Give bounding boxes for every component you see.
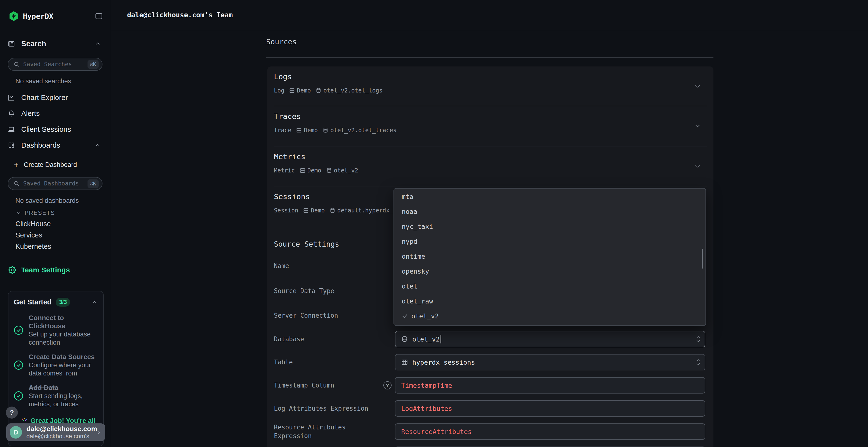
sidebar-item-alerts[interactable]: Alerts (0, 105, 111, 122)
sidebar: HyperDX Search Saved Searches ⌘K No save… (0, 0, 111, 447)
laptop-icon (8, 126, 15, 133)
create-dashboard-button[interactable]: + Create Dashboard (0, 159, 111, 171)
server-icon (289, 88, 295, 94)
sidebar-item-client-sessions[interactable]: Client Sessions (0, 122, 111, 137)
text-cursor (440, 335, 441, 343)
connection-name: Demo (304, 127, 318, 134)
saved-searches-input[interactable]: Saved Searches ⌘K (8, 58, 102, 71)
source-section-traces: Traces Trace Demo otel_v2.otel_traces (274, 106, 707, 146)
help-icon[interactable]: ? (383, 381, 392, 389)
dashboards-icon (8, 142, 15, 149)
sidebar-item-team-settings[interactable]: Team Settings (0, 264, 111, 276)
log-attributes-value: LogAttributes (401, 405, 452, 412)
field-label: Name (274, 262, 289, 270)
dropdown-option-otel[interactable]: otel (394, 279, 706, 294)
connection-name: Demo (311, 207, 325, 214)
search-section-icon (8, 40, 15, 47)
chevron-up-icon[interactable] (95, 41, 100, 47)
chevron-down-icon[interactable] (694, 122, 701, 129)
table-select[interactable]: hyperdx_sessions (395, 354, 705, 370)
saved-dashboards-input[interactable]: Saved Dashboards ⌘K (8, 177, 102, 190)
get-started-item-add-data[interactable]: Add Data Start sending logs, metrics, or… (13, 384, 99, 408)
source-title: Metrics (274, 146, 707, 161)
source-table: otel_v2.otel_traces (322, 127, 397, 134)
help-glyph: ? (386, 382, 389, 388)
dropdown-option-opensky[interactable]: opensky (394, 264, 706, 279)
table-value: hyperdx_sessions (412, 358, 475, 366)
form-row-resource-attributes: Resource Attributes Expression ResourceA… (274, 420, 707, 443)
select-stepper-icon[interactable] (696, 332, 701, 347)
get-started-item-sources[interactable]: Create Data Sources Configure where your… (13, 353, 99, 377)
option-label: otel_raw (402, 298, 433, 305)
sidebar-item-chart-explorer[interactable]: Chart Explorer (0, 90, 111, 105)
form-row-database: Database otel_v2 (274, 328, 707, 351)
chevron-down-icon[interactable] (694, 82, 701, 90)
confetti-icon (21, 418, 28, 424)
user-email: dale@clickhouse.com (26, 425, 96, 433)
preset-item-services[interactable]: Services (0, 230, 111, 241)
sidebar-collapse-icon[interactable] (95, 12, 103, 20)
page-header: dale@clickhouse.com's Team (111, 0, 868, 30)
help-button[interactable]: ? (6, 407, 18, 419)
table-name: otel_v2.otel_logs (323, 87, 383, 94)
presets-toggle[interactable]: PRESETS (0, 208, 111, 218)
option-label: nyc_taxi (402, 223, 433, 230)
divider (266, 57, 713, 58)
congrats-message: Great Job! You're all (21, 417, 101, 424)
database-select[interactable]: otel_v2 (395, 331, 705, 347)
get-started-item-connect[interactable]: Connect to ClickHouse Set up your databa… (13, 314, 99, 347)
help-label: ? (10, 409, 14, 416)
preset-label: ClickHouse (16, 220, 51, 228)
option-label: opensky (402, 268, 429, 275)
server-icon (303, 208, 309, 213)
chevron-up-icon[interactable] (92, 299, 97, 305)
connection-name: Demo (307, 167, 321, 174)
chevron-down-icon (16, 210, 21, 215)
connection-name: Demo (297, 87, 311, 94)
option-label: mta (402, 193, 413, 200)
select-stepper-icon[interactable] (696, 354, 701, 370)
database-icon (322, 128, 329, 133)
user-team: dale@clickhouse.com's (26, 433, 96, 440)
user-menu[interactable]: D dale@clickhouse.com dale@clickhouse.co… (6, 423, 105, 441)
dropdown-scrollbar[interactable] (702, 249, 703, 269)
dropdown-option-otel_v2-selected[interactable]: otel_v2 (394, 309, 706, 323)
dropdown-option-otel_raw[interactable]: otel_raw (394, 294, 706, 309)
option-label: nypd (402, 238, 417, 245)
preset-item-kubernetes[interactable]: Kubernetes (0, 241, 111, 252)
database-icon (326, 168, 332, 173)
avatar-initial: D (13, 429, 18, 436)
preset-label: Kubernetes (16, 243, 51, 250)
source-title: Traces (274, 106, 707, 121)
chevron-down-icon[interactable] (694, 162, 701, 170)
source-type: Trace (274, 127, 291, 134)
sidebar-item-dashboards[interactable]: Dashboards (0, 137, 111, 153)
get-started-progress-badge: 3/3 (56, 298, 70, 307)
plus-icon: + (14, 161, 19, 169)
database-value: otel_v2 (412, 336, 440, 343)
table-name: otel_v2 (334, 167, 358, 174)
preset-item-clickhouse[interactable]: ClickHouse (0, 218, 111, 230)
form-row-log-attributes: Log Attributes Expression LogAttributes (274, 397, 707, 420)
timestamp-column-input[interactable]: TimestampTime (395, 377, 705, 393)
database-icon (401, 336, 408, 342)
dropdown-option-noaa[interactable]: noaa (394, 204, 706, 219)
dropdown-option-ontime[interactable]: ontime (394, 249, 706, 264)
dropdown-option-nypd[interactable]: nypd (394, 234, 706, 249)
field-label: Timestamp Column (274, 381, 334, 390)
database-icon (316, 88, 321, 94)
dropdown-option-mta[interactable]: mta (394, 189, 706, 204)
form-row-next-partial (274, 443, 707, 447)
field-label: Server Connection (274, 311, 338, 320)
sidebar-item-search[interactable]: Search (0, 38, 111, 49)
resource-attributes-input[interactable]: ResourceAttributes (395, 423, 705, 440)
table-icon (401, 359, 408, 366)
log-attributes-input[interactable]: LogAttributes (395, 400, 705, 417)
get-started-item-title: Connect to ClickHouse (29, 314, 99, 330)
main-content: Sources Logs Log Demo otel_v2.otel_logs (111, 31, 868, 447)
database-dropdown: mta noaa nyc_taxi nypd ontime opensky ot… (394, 188, 706, 326)
dropdown-option-nyc_taxi[interactable]: nyc_taxi (394, 219, 706, 234)
chevron-up-icon[interactable] (95, 142, 100, 148)
field-label: Table (274, 358, 293, 367)
nav-label: Dashboards (21, 141, 60, 149)
